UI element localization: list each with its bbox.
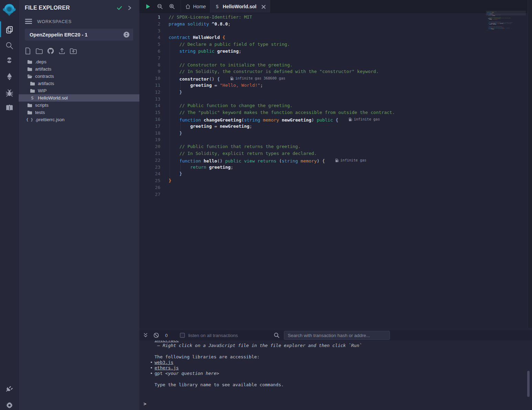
tab-home-label: Home (193, 4, 206, 9)
activitybar-plugin-manager[interactable] (0, 380, 19, 397)
activitybar-settings[interactable] (0, 397, 19, 410)
tree-item-label: scripts (35, 103, 49, 108)
indent-guide (180, 123, 181, 130)
line-number: 14 (139, 102, 160, 109)
line-number: 9 (139, 68, 160, 75)
tab-home[interactable]: Home (181, 0, 210, 13)
terminal-scrollbar-thumb[interactable] (527, 371, 530, 397)
tree-item-helloworld-sol[interactable]: S HelloWorld.sol (19, 94, 139, 102)
terminal-output[interactable]: interface– Right click on a JavaScript f… (139, 340, 527, 410)
code-line (486, 32, 525, 32)
new-folder-icon[interactable] (35, 47, 44, 55)
terminal-line: The following libraries are accessible: (139, 354, 527, 360)
workspace-select[interactable]: OpenZeppelin ERC20 - 1 (25, 29, 133, 41)
code-line: 25} (139, 177, 528, 184)
clear-console-icon[interactable] (153, 332, 159, 338)
folder-icon (27, 110, 32, 115)
upload-folder-icon[interactable] (70, 47, 78, 55)
tree-item-label: contracts (35, 74, 54, 79)
tree-item-wip[interactable]: WIP (19, 87, 139, 94)
tree-item--prettierrc-json[interactable]: { } .prettierrc.json (19, 116, 139, 123)
line-number: 27 (139, 191, 160, 198)
tree-item-scripts[interactable]: scripts (19, 102, 139, 109)
code-editor[interactable]: 1// SPDX-License-Identifier: MIT2pragma … (139, 13, 528, 328)
clone-github-icon[interactable] (47, 47, 55, 55)
line-number: 17 (139, 123, 160, 130)
panel-title: FILE EXPLORER (25, 5, 113, 11)
tree-item-label: .deps (35, 59, 46, 64)
json-icon: { } (27, 117, 32, 123)
line-number: 18 (139, 130, 160, 137)
listen-transactions-checkbox[interactable] (180, 333, 185, 338)
code-line: 7 (139, 55, 528, 62)
line-number: 24 (139, 170, 160, 177)
indent-guide (180, 164, 181, 171)
hamburger-menu-icon[interactable] (25, 18, 32, 24)
code-line: 18 } (139, 130, 528, 137)
gas-estimate-hint: infinite gas (335, 157, 366, 164)
code-line: 22 function hello() public view returns … (139, 157, 528, 164)
tree-item-artifacts[interactable]: artifacts (19, 65, 139, 73)
check-icon[interactable] (116, 4, 123, 11)
tree-item-contracts[interactable]: contracts (19, 73, 139, 80)
zoom-out-icon[interactable] (157, 3, 163, 10)
expand-terminal-icon[interactable] (142, 332, 149, 338)
activitybar-solidity-compiler[interactable] (0, 53, 19, 69)
activitybar-search[interactable] (0, 37, 19, 54)
code-line: 21 // In Solidity, explicit return types… (139, 150, 528, 157)
upload-file-icon[interactable] (58, 47, 66, 55)
zoom-in-icon[interactable] (169, 3, 175, 10)
code-line: 5 // Declare a public field of type stri… (139, 41, 528, 48)
terminal-line: •ethers.js (139, 365, 527, 371)
chevron-right-icon[interactable] (126, 4, 133, 11)
line-number: 12 (139, 89, 160, 96)
line-number: 25 (139, 177, 160, 184)
activitybar-learneth[interactable] (0, 99, 19, 116)
line-number: 10 (139, 75, 160, 82)
code-line: 10 constructor() {infinite gas 368600 ga… (139, 75, 528, 82)
gas-estimate-hint: infinite gas (508, 23, 511, 24)
activitybar-debugger[interactable] (0, 85, 19, 101)
workspaces-row: WORKSPACES (25, 18, 133, 24)
workspaces-label: WORKSPACES (37, 19, 72, 24)
code-line: 9 // In Solidity, the constructor is def… (139, 68, 528, 75)
terminal-prompt[interactable]: > (143, 401, 146, 407)
indent-guide (170, 41, 170, 177)
code-line: 15 // The "public" keyword makes the fun… (139, 109, 528, 116)
tree-item-artifacts[interactable]: artifacts (19, 80, 139, 87)
workspace-dropdown-toggle-icon[interactable] (123, 31, 130, 38)
file-operations-toolbar (24, 47, 135, 55)
terminal-panel: 0 listen on all transactions interface– … (139, 328, 532, 410)
activity-bar (0, 0, 19, 410)
tree-item-label: HelloWorld.sol (38, 95, 68, 101)
search-icon (274, 332, 280, 338)
tree-item--deps[interactable]: .deps (19, 58, 139, 65)
tab-helloworld-sol[interactable]: S HelloWorld.sol (210, 0, 270, 13)
code-line: 14 // Public function to change the gree… (139, 102, 528, 109)
folder-icon (27, 66, 32, 72)
minimap[interactable]: // SPDX-License-Identifier: MITpragma so… (486, 11, 526, 34)
code-line: 26 (139, 184, 528, 191)
workspace-selected-name: OpenZeppelin ERC20 - 1 (30, 32, 123, 38)
activitybar-deploy-run[interactable] (0, 68, 19, 85)
editor-tab-bar: Home S HelloWorld.sol (139, 0, 532, 13)
transaction-search-input[interactable] (284, 331, 390, 340)
file-tree: .deps artifacts contracts artifacts WIP … (19, 58, 139, 123)
code-line: 3 (139, 28, 528, 34)
new-file-icon[interactable] (24, 47, 32, 55)
code-line: 23 return greeting; (139, 164, 528, 171)
close-tab-icon[interactable] (261, 4, 266, 9)
run-script-button[interactable] (145, 3, 151, 10)
line-number: 8 (139, 62, 160, 69)
folder-icon (27, 103, 32, 108)
code-line: 11 greeting = "Hello, World!"; (139, 82, 528, 89)
activitybar-file-explorer[interactable] (0, 21, 19, 38)
remix-logo-icon[interactable] (1, 2, 17, 18)
transaction-count: 0 (165, 333, 168, 338)
terminal-line: – Right click on a JavaScript file in th… (139, 343, 527, 348)
code-line: 13 (139, 96, 528, 103)
code-line: 27 (139, 191, 528, 198)
editor-toolbar (139, 0, 181, 13)
tree-item-tests[interactable]: tests (19, 109, 139, 116)
editor-scrollbar[interactable] (528, 0, 532, 328)
